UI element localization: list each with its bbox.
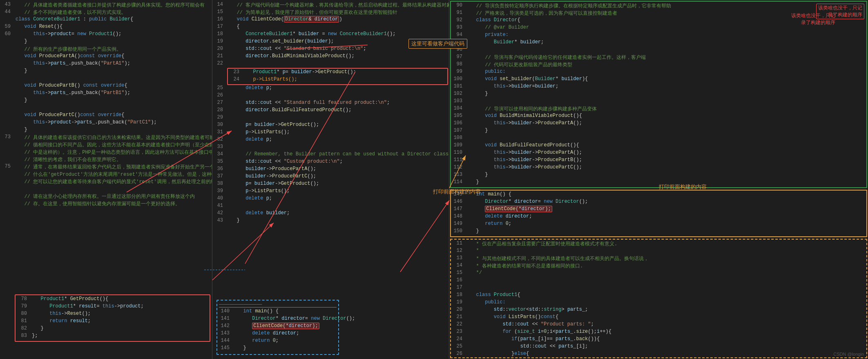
- code-line-empty3: [0, 186, 212, 193]
- mid-line-22: 22: [212, 61, 449, 68]
- code-line-73d: // 清晰性的考虑，我们不会在那里声明它。: [0, 156, 212, 164]
- dir-line-96: 96: [452, 47, 866, 54]
- prod-line-17: 17: [452, 285, 866, 292]
- dir-line-101: 101 this->builder=builder;: [452, 83, 866, 91]
- mid-line-14: 14 // 客户端代码创建一个构建器对象，将其传递给导演，然后启动构建过程。最终…: [212, 2, 449, 9]
- dir-line-109: 109 void BuildFullFeaturedProduct(){: [452, 142, 866, 150]
- mid-line-21: 21 director.BuildMinimalViableProduct();: [212, 53, 449, 61]
- prod-line-16: 16: [452, 277, 866, 285]
- code-line-81: 81 return result;: [16, 318, 209, 325]
- prod-line-13: 13 * 与其他创建模式不同，不同的具体建造者可以生成不相关的产品。换句话说，: [452, 255, 866, 263]
- mid-line-25: 25 delete p;: [212, 85, 449, 92]
- panel-main-right: 打印前面构建的内容 145 int main() { 146 Director*…: [450, 190, 867, 237]
- code-line-73: 73 // 具体的建造者应该提供它们自己的方法来检索结果。这是因为不同类型的建造…: [0, 134, 212, 141]
- dir-line-97: 97 // 导演与客户端代码传递给它的任何建造者实例一起工作。这样，客户端: [452, 54, 866, 61]
- dir-line-103: 103: [452, 98, 866, 105]
- mid-line-32: 32 delete p;: [212, 137, 449, 144]
- code-line-class: class ConcreteBuilder1 : public Builder{: [0, 16, 212, 24]
- code-line-80: 80 this->Reset();: [16, 311, 209, 318]
- mid-line-26: 26: [212, 92, 449, 100]
- dir-line-108: 108: [452, 135, 866, 142]
- mid-lines-23-24-wrapper: 23 Product1* p= builder->GetProduct(); 2…: [212, 68, 449, 85]
- mid-line-41: 41: [212, 203, 449, 210]
- dir-line-112: 112 this->builder->ProducePartC();: [452, 164, 866, 172]
- getproduct-highlight-box: 78 Product1* GetProduct(){ 79 Product1* …: [15, 294, 210, 342]
- mid-line-35: 35 std::cout << "Custom product:\n";: [212, 159, 449, 166]
- right-main-146: 147 ClientCode(*director);: [452, 206, 866, 213]
- small-line-140: 140 int main() {: [219, 308, 337, 316]
- prod-line-15: 15 */: [452, 270, 866, 277]
- mid-line-15: 15 // 为简单起见，我使用了原始指针，但你可能更喜欢在这里使用智能指针: [212, 9, 449, 16]
- panel-left: 43 // 具体建造者类遵循建造者接口并提供了构建步骤的具体实现。您的程序可能会…: [0, 0, 212, 359]
- small-line-142: 142 ClientCode(*director);: [219, 323, 337, 330]
- small-line-145: 145 }: [219, 345, 337, 352]
- watermark: CSDN @longin: [833, 352, 864, 357]
- mid-lines-23-24-box: 23 Product1* p= builder->GetProduct(); 2…: [227, 68, 448, 85]
- code-line-partb3: }: [0, 97, 212, 105]
- mid-line-39: 39 p->ListParts();: [212, 188, 449, 195]
- code-line-partb2: this->parts_.push_back("PartB1");: [0, 90, 212, 97]
- code-line-77: // 请在这里小心处理内存所有权。一旦通过这部分的用户就有责任释放这个内: [0, 193, 212, 200]
- right-main-148: 149 return 0;: [452, 221, 866, 228]
- mid-line-42: 42 delete builder;: [212, 210, 449, 218]
- code-line-78: 78 Product1* GetProduct(){: [16, 296, 209, 303]
- code-line-43: 43 // 具体建造者类遵循建造者接口并提供了构建步骤的具体实现。您的程序可能会…: [0, 2, 212, 9]
- code-line-parta2: this->parts_.push_back("PartA1");: [0, 61, 212, 68]
- code-line-73c: // 中是这样的）。注意，PHP是一种动态类型的语言，因此这种方法可以在基本接口…: [0, 149, 212, 156]
- mid-line-24: 24 p->ListParts();: [229, 76, 446, 84]
- mid-line-43: 43 }: [212, 218, 449, 225]
- dir-line-95: 95 Builder* builder;: [452, 39, 866, 47]
- mid-line-40: 40 delete p;: [212, 195, 449, 203]
- prod-line-18: 18 class Product1{: [452, 292, 866, 299]
- mid-line-38: 38 p= builder->GetProduct();: [212, 181, 449, 188]
- mid-line-30: 30 p= builder->GetProduct();: [212, 122, 449, 129]
- dir-line-113: 113 }: [452, 172, 866, 179]
- dir-line-104: 104 // 导演可以使用相同的构建步骤构建多种产品变体: [452, 105, 866, 113]
- code-line-79: 79 Product1* result= this->product;: [16, 303, 209, 311]
- mid-line-17: 17 {: [212, 24, 449, 31]
- prod-line-11: 11 * 仅在产品相当复杂且需要广泛配置时使用建造者模式才有意义.: [452, 240, 866, 248]
- code-line-75: 75 // 通常，在将最终结果返回给客户代码之后，预期建造者实例应准备好开始生产…: [0, 164, 212, 171]
- small-line-143: 143 delete director;: [219, 330, 337, 338]
- panel-right-container: 该类啥也没干，只记 录了构建的顺序 90 // 导演负责按特定顺序执行构建步骤。…: [449, 0, 868, 359]
- code-line-empty2: [0, 105, 212, 112]
- code-line-77b: // 存。在这里，使用智能指针以避免内存泄漏可能是一个更好的选择。: [0, 200, 212, 208]
- code-line-partc2: this->product->parts_.push_back("PartC1"…: [0, 119, 212, 127]
- code-line-75b: // 什么在'getProduct'方法的末尾调用'reset'方法是一种常见做…: [0, 171, 212, 178]
- dir-line-106: 106 this->builder->ProducePartA();: [452, 120, 866, 128]
- mid-line-37: 37 builder->ProducePartC();: [212, 173, 449, 181]
- mid-line-31: 31 p->ListParts();: [212, 129, 449, 137]
- code-line-59: 59 void Reset(){: [0, 24, 212, 31]
- code-line-75c: // 您可以让您的建造者等待来自客户端代码的显式'reset'调用，然后再处理之…: [0, 178, 212, 186]
- annotation-clientcode-label: 这里可看做客户端代码: [408, 39, 467, 49]
- panel-middle: 14 // 客户端代码创建一个构建器对象，将其传递给导演，然后启动构建过程。最终…: [212, 0, 449, 359]
- dir-line-102: 102 }: [452, 91, 866, 98]
- small-line-141: 141 Director* director= new Director();: [219, 316, 337, 323]
- mid-line-36: 36 builder->ProducePartA();: [212, 166, 449, 173]
- annotation-director-label: 该类啥也没干，只记 录了构建的顺序: [791, 12, 835, 26]
- mid-line-23: 23 Product1* p= builder->GetProduct();: [229, 69, 446, 76]
- code-line-83: 83 };: [16, 333, 209, 340]
- mid-line-34: 34 // Remember, the Builder pattern can …: [212, 151, 449, 159]
- mid-line-28: 28 director.BuildFullFeaturedProduct();: [212, 107, 449, 114]
- prod-line-25: 25 std::cout << parts_[i];: [452, 343, 866, 351]
- right-main-149: 150 }: [452, 228, 866, 236]
- prod-line-26: 26 }else{: [452, 351, 866, 358]
- main-container: 43 // 具体建造者类遵循建造者接口并提供了构建步骤的具体实现。您的程序可能会…: [0, 0, 868, 359]
- prod-line-14: 14 * 各种建造者的结果可能不总是遵循相同的接口.: [452, 263, 866, 270]
- code-line-73b: // 循相同接口的不同产品。因此，这些方法不能在基本的建造者接口中声明（至少在静…: [0, 141, 212, 149]
- prod-line-24: 24 if(parts_[i]== parts_.back()){: [452, 336, 866, 343]
- code-line-60: 60 this->product= new Product1();: [0, 31, 212, 38]
- small-main-panel: ──────────────── 140 int main() { 141 Di…: [216, 300, 339, 355]
- panel-director: 该类啥也没干，只记 录了构建的顺序 90 // 导演负责按特定顺序执行构建步骤。…: [450, 1, 867, 188]
- dir-line-111: 111 this->builder->ProducePartB();: [452, 157, 866, 164]
- prod-line-23: 23 for (size_t i=0;i<parts_.size();i++){: [452, 329, 866, 336]
- code-line-close1: }: [0, 38, 212, 46]
- code-line-44: 44 // 多个不同的建造者变体，以不同方式实现。: [0, 9, 212, 16]
- annotation-print: 打印前面构建的内容: [659, 183, 707, 191]
- code-line-partc: void ProducePartC()const override{: [0, 112, 212, 119]
- prod-line-22: 22 std::cout << "Product parts: ";: [452, 321, 866, 329]
- mid-line-18: 18 ConcreteBuilder1* builder = new Concr…: [212, 31, 449, 38]
- right-main-147: 148 delete director;: [452, 213, 866, 221]
- dir-line-90: 90 // 导演负责按特定顺序执行构建步骤。在根据特定顺序或配置生成产品时，它非…: [452, 2, 866, 10]
